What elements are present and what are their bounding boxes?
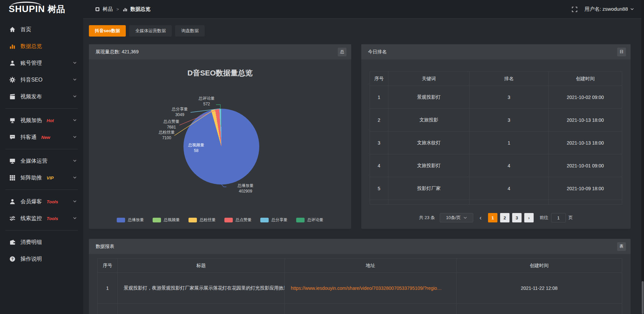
sidebar-item-instructions[interactable]: ? 操作说明 [0,251,83,267]
svg-text:?: ? [11,257,14,261]
app-logo[interactable]: SHUPIN 树品 [0,0,83,18]
legend-item-videos[interactable]: 总视频量 [153,217,180,223]
top-bar: 树品 > 数据总览 用户名: zswodun88 [83,0,644,19]
chevron-down-icon [73,95,76,98]
next-page-button[interactable]: › [524,213,534,222]
menu-divider [5,149,78,149]
legend-item-likes[interactable]: 总点赞量 [224,217,252,223]
table-row: 5 投影灯厂家 4 2021-10-09 18:00 [370,177,622,200]
pie-label-fans: 总粉丝量7100 [148,129,185,141]
sidebar-item-douyin-seo[interactable]: 抖音SEO [0,71,83,88]
breadcrumb: 树品 > 数据总览 [95,6,151,12]
day-toggle-button[interactable]: 日 [617,48,626,56]
sidebar-item-label: 抖音SEO [20,76,43,84]
sidebar-item-member-baoke[interactable]: 会员爆客 Tools [0,193,83,210]
sidebar-item-label: 数据总览 [20,43,42,50]
chevron-down-icon [73,160,76,162]
column-header: 排名 [470,72,549,86]
vip-badge: VIP [47,175,54,180]
table-row: 3 文旅水纹灯 1 2021-10-13 18:00 [370,132,622,154]
sidebar-item-douketong[interactable]: 抖客通 New [0,129,83,146]
page-button-2[interactable]: 2 [500,213,509,222]
table-cell: 1 [98,273,118,304]
sidebar-item-label: 会员爆客 [20,198,42,205]
pie-label-likes: 总点赞量7681 [153,119,190,130]
chart-card-header: 展现量总数: 421,369 总 [89,44,351,59]
sidebar-item-matrix-boost[interactable]: 矩阵助推 VIP [0,169,83,186]
chevron-down-icon [73,200,76,203]
hot-badge: Hot [47,118,54,123]
table-row-partial [98,304,622,314]
video-link[interactable]: https://www.iesdouyin.com/share/video/70… [291,285,442,291]
sidebar-item-video-heat[interactable]: 视频加热 Hot [0,112,83,129]
prev-page-button[interactable]: ‹ [476,213,485,222]
legend-swatch [189,218,197,222]
table-cell: 2 [370,109,388,132]
table-cell: 1 [370,86,388,109]
sidebar-item-omnimedia[interactable]: 全媒体运营 [0,153,83,169]
sidebar-item-label: 矩阵助推 [20,174,42,181]
table-row: 2 文旅投影 3 2021-10-13 18:00 [370,109,622,132]
table-cell: 文旅水纹灯 [388,132,470,154]
chevron-down-icon [73,119,76,121]
table-row: 1 景观投影灯，夜游景观投影灯厂家展示展示落花灯在花园里的灯光投影应用效果 # … [98,273,622,304]
sidebar: SHUPIN 树品 首页 数据总览 账号管理 抖音SEO 视频发布 [0,0,83,314]
table-cell: 2021-10-01 09:00 [549,154,622,177]
pie-label-comments: 总评论量572 [188,96,225,107]
page-square-icon [95,7,100,11]
chart-title: D音SEO数据量总览 [89,68,351,78]
fullscreen-icon[interactable] [572,7,577,12]
sidebar-item-label: 账号管理 [20,60,42,67]
pagination-total: 共 23 条 [419,215,435,221]
legend-swatch [296,218,305,222]
report-table-wrap: 序号 标题 地址 创建时间 1 景观投影灯，夜游景观投影灯厂家展示展示落花灯在花… [97,258,622,314]
mini-bar-chart-icon [123,7,127,12]
tab-omnimedia-data[interactable]: 全媒体运营数据 [129,25,172,37]
scrollbar-track[interactable] [641,0,644,314]
legend-swatch [153,218,161,222]
table-toggle-button[interactable]: 表 [617,242,626,251]
legend-item-plays[interactable]: 总播放量 [117,217,144,223]
tab-douyin-seo-data[interactable]: 抖音seo数据 [89,25,126,37]
video-url-cell: https://www.iesdouyin.com/share/video/70… [285,273,457,304]
table-cell: 景观投影灯 [388,86,470,109]
chat-bubble-icon [9,134,16,140]
sidebar-item-data-overview[interactable]: 数据总览 [0,38,83,55]
logo-arc [11,2,42,6]
page-button-3[interactable]: 3 [512,213,522,222]
page-button-1[interactable]: 1 [488,213,497,222]
sidebar-item-label: 消费明细 [20,239,42,246]
sidebar-item-label: 视频加热 [20,117,42,124]
grid-icon [9,175,16,181]
total-toggle-button[interactable]: 总 [338,48,346,56]
table-cell: 投影灯厂家 [388,177,470,200]
column-header: 地址 [285,259,457,273]
table-row: 4 文旅投影灯 4 2021-10-01 09:00 [370,154,622,177]
legend-item-comments[interactable]: 总评论量 [296,217,323,223]
sliders-icon [9,215,16,221]
sidebar-item-video-publish[interactable]: 视频发布 [0,88,83,105]
page-size-select[interactable]: 10条/页 [440,213,473,222]
goto-page-input[interactable] [551,213,566,222]
goto-label: 前往 [540,215,548,221]
bar-chart-icon [9,43,16,49]
legend-item-fans[interactable]: 总粉丝量 [189,217,216,223]
tab-inquiry-data[interactable]: 询盘数据 [175,25,205,37]
column-header: 序号 [370,72,388,86]
sidebar-item-account[interactable]: 账号管理 [0,55,83,71]
sidebar-item-home[interactable]: 首页 [0,21,83,38]
table-cell: 4 [470,154,549,177]
table-cell: 5 [370,177,388,200]
report-card-title: 数据报表 [96,244,114,250]
username-label: 用户名: zswodun88 [585,6,628,12]
sidebar-item-lead-monitor[interactable]: 线索监控 Tools [0,210,83,227]
scrollbar-thumb[interactable] [642,281,644,314]
rank-card-header: 今日排名 日 [361,44,631,59]
table-cell: 3 [470,109,549,132]
user-icon [9,60,16,66]
user-menu[interactable]: 用户名: zswodun88 [585,6,634,12]
breadcrumb-root[interactable]: 树品 [103,6,113,12]
sidebar-item-spend-detail[interactable]: 消费明细 [0,234,83,251]
gear-icon [9,77,16,83]
legend-item-shares[interactable]: 总分享量 [260,217,287,223]
